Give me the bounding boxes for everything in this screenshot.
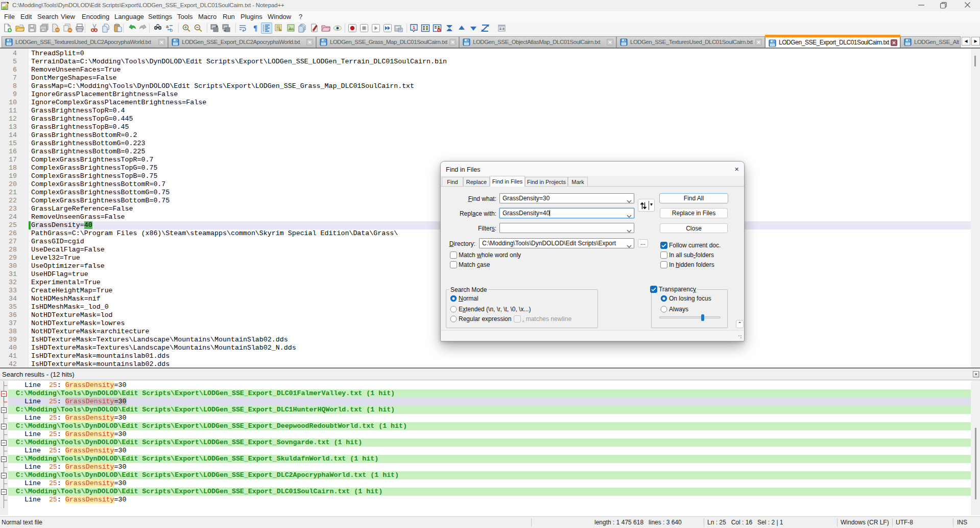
svg-text:a: a xyxy=(166,24,169,29)
svg-text:¶: ¶ xyxy=(253,24,257,32)
svg-text:b: b xyxy=(170,28,173,33)
svg-text:1: 1 xyxy=(413,25,415,30)
